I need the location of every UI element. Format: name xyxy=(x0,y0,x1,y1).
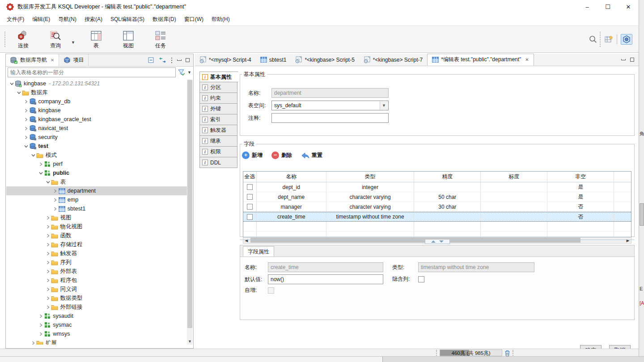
tree-item[interactable]: wmsys xyxy=(6,329,187,338)
tree-item[interactable]: perf xyxy=(6,160,187,168)
chevron-right-icon[interactable] xyxy=(46,278,51,282)
tree-item[interactable]: test xyxy=(6,142,187,151)
tree-item[interactable]: kingbase_oracle_test xyxy=(6,115,187,124)
maximize-editor-icon[interactable] xyxy=(630,58,634,62)
category-tab-inactive[interactable]: i 分区 xyxy=(199,82,237,93)
editor-tab[interactable]: *<kingbase> Script-7 xyxy=(359,54,427,66)
minimize-panel-icon[interactable] xyxy=(177,59,182,61)
comment-input[interactable] xyxy=(271,113,389,123)
row-checkbox[interactable] xyxy=(247,214,253,220)
default-value-input[interactable]: now() xyxy=(268,274,383,284)
grid-row[interactable]: dept_namecharacter varying50 char是 xyxy=(243,192,631,202)
tree-item[interactable]: 外部链接 xyxy=(6,303,187,311)
close-icon[interactable]: ✕ xyxy=(525,57,529,62)
chevron-right-icon[interactable] xyxy=(46,216,51,220)
chevron-down-icon[interactable] xyxy=(16,91,21,95)
open-perspective-icon[interactable] xyxy=(605,35,613,43)
editor-tab[interactable]: *<mysql> Script-4 xyxy=(195,54,256,66)
close-button[interactable]: ✕ xyxy=(618,0,639,13)
chevron-right-icon[interactable] xyxy=(53,207,58,211)
editor-tab[interactable]: sbtest1 xyxy=(256,54,291,66)
scrollbar-down-arrow[interactable]: ▼ xyxy=(187,339,193,344)
tree-item[interactable]: emp xyxy=(6,195,187,204)
add-field-button[interactable]: + 新增 xyxy=(242,152,263,159)
panel-tab-active[interactable]: 数据库导航 ✕ xyxy=(6,54,59,66)
search-icon[interactable] xyxy=(589,35,597,43)
splitter-handle[interactable] xyxy=(425,240,450,244)
toolbar-task-icon-button[interactable]: 任务 xyxy=(148,28,174,51)
garbage-collect-trash-icon[interactable] xyxy=(504,349,511,357)
tree-item[interactable]: kingbase - 172.20.2.131:54321 xyxy=(6,79,187,88)
chevron-down-icon[interactable] xyxy=(31,153,36,157)
tree-item[interactable]: 函数 xyxy=(6,231,187,240)
ksql-perspective-icon[interactable] xyxy=(621,34,632,45)
category-tab-inactive[interactable]: i 继承 xyxy=(199,136,237,147)
chevron-down-icon[interactable] xyxy=(24,144,29,148)
chevron-down-icon[interactable] xyxy=(9,82,14,86)
row-checkbox[interactable] xyxy=(247,184,253,190)
tree-item[interactable]: public xyxy=(6,168,187,177)
tree-item[interactable]: company_db xyxy=(6,97,187,106)
chevron-right-icon[interactable] xyxy=(46,243,51,247)
tree-item[interactable]: 数据类型 xyxy=(6,294,187,303)
minimize-button[interactable]: – xyxy=(577,0,597,13)
tree-item[interactable]: sysaudit xyxy=(6,311,187,320)
category-tab-active[interactable]: i 基本属性 xyxy=(199,72,238,82)
tree-item[interactable]: 程序包 xyxy=(6,276,187,285)
toolbar-connection-icon-button[interactable]: 连接 xyxy=(10,28,36,51)
chevron-right-icon[interactable] xyxy=(24,109,29,113)
chevron-right-icon[interactable] xyxy=(31,341,36,345)
chevron-right-icon[interactable] xyxy=(38,332,43,336)
filter-funnel-icon[interactable] xyxy=(178,68,186,76)
menu-item[interactable]: 数据库(D) xyxy=(148,14,180,25)
table-filter-input[interactable] xyxy=(8,67,176,77)
row-checkbox[interactable] xyxy=(247,204,253,210)
tablespace-select[interactable]: sys_default ▼ xyxy=(271,101,389,110)
row-checkbox[interactable] xyxy=(247,194,253,200)
toolbar-dropdown-arrow[interactable]: ▼ xyxy=(71,40,75,45)
tree-item[interactable]: 扩展 xyxy=(6,338,187,345)
tree-item[interactable]: 存储过程 xyxy=(6,240,187,249)
tree-item[interactable]: 表 xyxy=(6,177,187,186)
category-tab-inactive[interactable]: i 触发器 xyxy=(199,125,237,136)
collapse-up-icon[interactable] xyxy=(431,240,436,243)
minimize-editor-icon[interactable] xyxy=(621,59,626,60)
tree-item[interactable]: 视图 xyxy=(6,213,187,222)
chevron-right-icon[interactable] xyxy=(46,305,51,309)
chevron-right-icon[interactable] xyxy=(46,234,51,238)
view-menu-icon[interactable] xyxy=(170,57,173,63)
menu-item[interactable]: 窗口(W) xyxy=(180,14,208,25)
chevron-down-icon[interactable] xyxy=(38,171,43,175)
collapse-all-icon[interactable] xyxy=(148,57,155,63)
chevron-right-icon[interactable] xyxy=(24,126,29,130)
chevron-right-icon[interactable] xyxy=(53,198,58,202)
chevron-right-icon[interactable] xyxy=(46,261,51,265)
menu-item[interactable]: 编辑(E) xyxy=(28,14,54,25)
menu-item[interactable]: 导航(N) xyxy=(54,14,80,25)
chevron-right-icon[interactable] xyxy=(38,323,43,327)
tree-item[interactable]: 同义词 xyxy=(6,285,187,294)
tree-item[interactable]: sysmac xyxy=(6,320,187,329)
tree-item[interactable]: 模式 xyxy=(6,151,187,160)
menu-item[interactable]: 文件(F) xyxy=(3,14,28,25)
panel-splitter[interactable] xyxy=(240,240,635,244)
tree-item[interactable]: 外部表 xyxy=(6,267,187,276)
editor-tab[interactable]: *编辑表 test."public"."department" ✕ xyxy=(427,54,534,66)
chevron-down-icon[interactable] xyxy=(46,180,51,184)
panel-tab-inactive[interactable]: 项目 xyxy=(59,54,89,66)
tree-item[interactable]: security xyxy=(6,133,187,142)
grid-row[interactable]: dept_idinteger是 xyxy=(243,182,631,192)
tree-item[interactable]: department xyxy=(6,186,187,195)
maximize-button[interactable]: ☐ xyxy=(597,0,618,13)
tree-item[interactable]: kingbase xyxy=(6,106,187,115)
chevron-right-icon[interactable] xyxy=(46,269,51,274)
category-tab-inactive[interactable]: i 约束 xyxy=(199,93,237,104)
collapse-down-icon[interactable] xyxy=(439,240,444,243)
category-tab-inactive[interactable]: i 权限 xyxy=(199,147,237,157)
scrollbar-thumb[interactable] xyxy=(187,80,192,328)
chevron-right-icon[interactable] xyxy=(46,252,51,256)
toolbar-view-icon-button[interactable]: 视图 xyxy=(115,28,141,51)
chevron-right-icon[interactable] xyxy=(46,296,51,300)
category-tab-inactive[interactable]: i DDL xyxy=(199,157,237,168)
chevron-down-icon[interactable]: ▼ xyxy=(380,101,388,109)
